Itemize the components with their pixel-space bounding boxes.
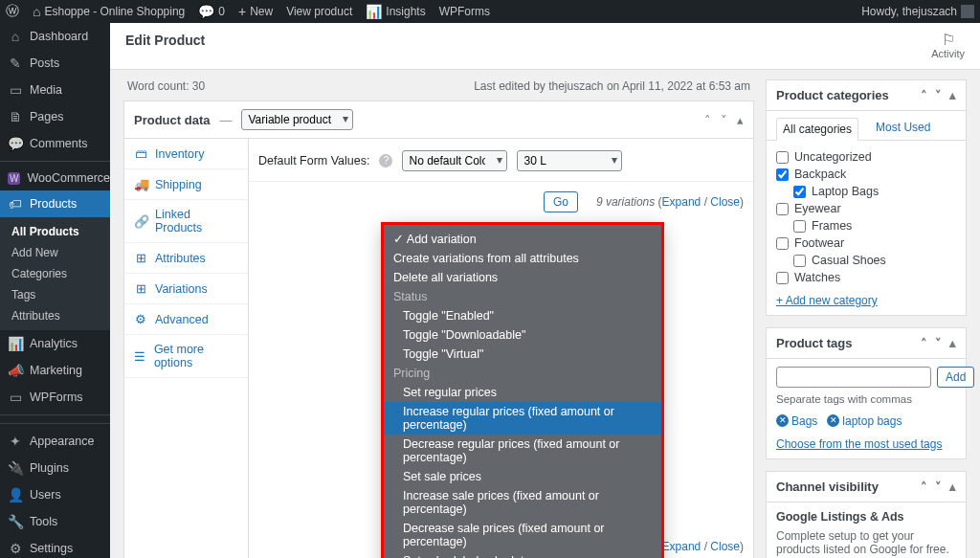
sidebar-icon: ⚙: [8, 541, 23, 556]
panel-toggle-icon[interactable]: ▴: [949, 88, 956, 102]
howdy-user[interactable]: Howdy, thejuszach: [861, 5, 974, 18]
panel-down-icon[interactable]: ˅: [935, 480, 942, 494]
site-name[interactable]: ⌂Eshoppe - Online Shopping: [33, 4, 185, 19]
tab-most-used[interactable]: Most Used: [870, 117, 936, 140]
panel-up-icon[interactable]: ˄: [704, 113, 711, 127]
category-eyewear[interactable]: Eyewear: [776, 200, 956, 217]
dropdown-option[interactable]: Increase regular prices (fixed amount or…: [384, 402, 661, 435]
sidebar-item-media[interactable]: ▭Media: [0, 77, 110, 103]
category-checkbox[interactable]: [776, 151, 789, 164]
add-tag-button[interactable]: Add: [937, 367, 974, 388]
dropdown-option[interactable]: Set regular prices: [384, 383, 661, 402]
category-checkbox[interactable]: [793, 220, 806, 233]
dropdown-option[interactable]: Delete all variations: [384, 268, 661, 287]
sidebar-subitem-tags[interactable]: Tags: [0, 284, 110, 305]
new-content[interactable]: +New: [238, 4, 273, 19]
category-checkbox[interactable]: [793, 255, 806, 267]
sidebar-subitem-categories[interactable]: Categories: [0, 263, 110, 284]
sidebar-item-wpforms[interactable]: ▭WPForms: [0, 384, 110, 411]
sidebar-subitem-all-products[interactable]: All Products: [0, 221, 110, 242]
category-checkbox[interactable]: [793, 186, 806, 198]
expand-link-bottom[interactable]: Expand: [662, 540, 702, 553]
panel-toggle-icon[interactable]: ▴: [949, 336, 956, 350]
sidebar-item-products[interactable]: 🏷Products: [0, 190, 110, 217]
default-colour-select[interactable]: No default Colour…: [402, 150, 507, 171]
category-backpack[interactable]: Backpack: [776, 166, 956, 183]
help-icon[interactable]: ?: [379, 154, 392, 167]
sidebar-item-settings[interactable]: ⚙Settings: [0, 535, 110, 558]
tab-attributes[interactable]: ⊞Attributes: [124, 243, 248, 274]
sidebar-item-dashboard[interactable]: ⌂Dashboard: [0, 23, 110, 50]
category-footwear[interactable]: Footwear: [776, 234, 956, 252]
activity-link[interactable]: ⚐ Activity: [931, 33, 965, 59]
close-link[interactable]: Close: [710, 195, 740, 209]
sidebar-item-analytics[interactable]: 📊Analytics: [0, 330, 110, 357]
category-checkbox[interactable]: [776, 203, 789, 215]
tab-all-categories[interactable]: All categories: [776, 118, 858, 141]
expand-link[interactable]: Expand: [662, 195, 702, 209]
panel-down-icon[interactable]: ˅: [935, 336, 942, 350]
sidebar-subitem-attributes[interactable]: Attributes: [0, 305, 110, 326]
tab-inventory[interactable]: 🗃Inventory: [124, 139, 248, 169]
sidebar-subitem-add-new[interactable]: Add New: [0, 242, 110, 263]
tab-advanced[interactable]: ⚙Advanced: [124, 304, 248, 335]
add-new-category-link[interactable]: + Add new category: [776, 294, 878, 307]
panel-up-icon[interactable]: ˄: [921, 336, 927, 350]
tab-icon: 🚚: [134, 177, 147, 191]
wp-logo[interactable]: ⓦ: [6, 3, 19, 20]
sidebar-item-posts[interactable]: ✎Posts: [0, 50, 110, 77]
tab-shipping[interactable]: 🚚Shipping: [124, 169, 248, 200]
category-checkbox[interactable]: [776, 237, 789, 250]
dropdown-option[interactable]: Add variation: [384, 229, 661, 249]
sidebar-icon: 🗎: [8, 109, 23, 124]
go-button[interactable]: Go: [544, 191, 578, 212]
product-type-select[interactable]: Variable product: [241, 109, 353, 130]
category-checkbox[interactable]: [776, 272, 789, 284]
dropdown-option[interactable]: Toggle "Enabled": [384, 306, 661, 325]
tags-input[interactable]: [776, 367, 931, 388]
choose-most-used-tags-link[interactable]: Choose from the most used tags: [776, 437, 942, 451]
view-product[interactable]: View product: [286, 5, 352, 18]
panel-toggle-icon[interactable]: ▴: [737, 113, 744, 127]
default-size-select[interactable]: 30 L: [517, 150, 622, 171]
sidebar-item-comments[interactable]: 💬Comments: [0, 130, 110, 157]
tag-remove-icon[interactable]: ✕: [827, 414, 839, 427]
sidebar-item-appearance[interactable]: ✦Appearance: [0, 428, 110, 455]
variation-bulk-dropdown[interactable]: Add variationCreate variations from all …: [384, 225, 661, 558]
panel-down-icon[interactable]: ˅: [935, 88, 942, 102]
wpforms-adminbar[interactable]: WPForms: [439, 5, 490, 18]
close-link-bottom[interactable]: Close: [710, 540, 740, 553]
dropdown-option[interactable]: Set sale prices: [384, 467, 661, 486]
tag-chip[interactable]: ✕laptop bags: [827, 414, 902, 428]
dropdown-option[interactable]: Create variations from all attributes: [384, 249, 661, 268]
dropdown-option[interactable]: Increase sale prices (fixed amount or pe…: [384, 486, 661, 519]
dropdown-option[interactable]: Set scheduled sale dates: [384, 551, 661, 558]
dropdown-option[interactable]: Toggle "Downloadable": [384, 325, 661, 345]
category-laptop-bags[interactable]: Laptop Bags: [776, 183, 956, 200]
dropdown-option[interactable]: Decrease regular prices (fixed amount or…: [384, 435, 661, 467]
tab-linked-products[interactable]: 🔗Linked Products: [124, 200, 248, 243]
comments-count[interactable]: 💬0: [198, 4, 225, 19]
tab-get-more-options[interactable]: ☰Get more options: [124, 335, 248, 378]
panel-up-icon[interactable]: ˄: [921, 480, 927, 494]
sidebar-item-marketing[interactable]: 📣Marketing: [0, 357, 110, 384]
tag-remove-icon[interactable]: ✕: [776, 414, 789, 427]
category-watches[interactable]: Watches: [776, 269, 956, 286]
sidebar-item-pages[interactable]: 🗎Pages: [0, 103, 110, 130]
sidebar-item-woocommerce[interactable]: WWooCommerce: [0, 166, 110, 190]
dropdown-option[interactable]: Toggle "Virtual": [384, 345, 661, 364]
tab-variations[interactable]: ⊞Variations: [124, 274, 248, 304]
insights-adminbar[interactable]: 📊Insights: [366, 4, 425, 19]
tag-chip[interactable]: ✕Bags: [776, 414, 817, 428]
dropdown-option[interactable]: Decrease sale prices (fixed amount or pe…: [384, 519, 661, 551]
sidebar-item-plugins[interactable]: 🔌Plugins: [0, 455, 110, 481]
panel-toggle-icon[interactable]: ▴: [949, 480, 956, 494]
category-uncategorized[interactable]: Uncategorized: [776, 148, 956, 166]
category-checkbox[interactable]: [776, 168, 789, 181]
sidebar-item-tools[interactable]: 🔧Tools: [0, 508, 110, 535]
category-casual-shoes[interactable]: Casual Shoes: [776, 252, 956, 269]
category-frames[interactable]: Frames: [776, 217, 956, 234]
panel-down-icon[interactable]: ˅: [721, 113, 727, 127]
panel-up-icon[interactable]: ˄: [921, 88, 927, 102]
sidebar-item-users[interactable]: 👤Users: [0, 481, 110, 508]
